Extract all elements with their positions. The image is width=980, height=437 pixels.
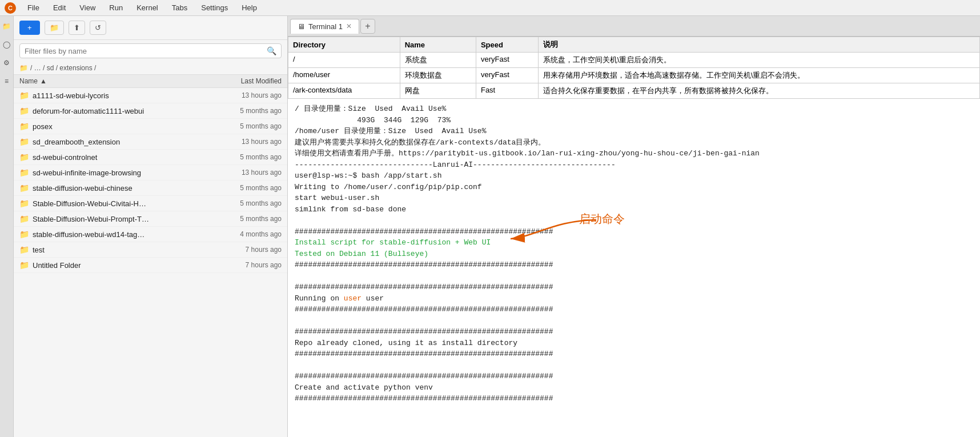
folder-item-icon: 📁 [19, 214, 29, 223]
file-item-date: 5 months ago [202, 215, 282, 223]
files-icon[interactable]: 📁 [1, 21, 13, 32]
upload-button[interactable]: ⬆ [69, 21, 85, 35]
file-item-name: sd_dreambooth_extension [33, 138, 202, 146]
file-list-header: Name ▲ Last Modified [14, 74, 287, 88]
sidebar: + + 📁 ⬆ ↺ 🔍 📁 / … / sd / extensions / [14, 16, 288, 437]
list-item[interactable]: 📁 test 7 hours ago [14, 242, 287, 258]
table-row: /ark-contexts/data网盘Fast适合持久化保存重要数据，在平台内… [288, 83, 980, 99]
table-row: /系统盘veryFast系统盘，工作空间关机\重启后会消失。 [288, 53, 980, 68]
table-header-cell: Name [400, 37, 476, 53]
puzzle-icon[interactable]: ⚙ [1, 57, 13, 69]
menu-file[interactable]: File [25, 2, 42, 13]
refresh-icon: ↺ [95, 23, 101, 32]
upload-icon: ⬆ [74, 23, 80, 32]
terminal-output[interactable]: / 目录使用量：Size Used Avail Use% 493G 344G 1… [288, 99, 980, 437]
directory-table: DirectoryNameSpeed说明 /系统盘veryFast系统盘，工作空… [288, 37, 980, 99]
table-cell: 网盘 [400, 83, 476, 99]
folder-item-icon: 📁 [19, 153, 29, 162]
table-cell: / [288, 53, 400, 68]
folder-item-icon: 📁 [19, 168, 29, 177]
menu-help[interactable]: Help [239, 2, 259, 13]
table-cell: /home/user [288, 68, 400, 83]
table-cell: Fast [476, 83, 538, 99]
terminal-container: DirectoryNameSpeed说明 /系统盘veryFast系统盘，工作空… [288, 37, 980, 437]
list-item[interactable]: 📁 a1111-sd-webui-lycoris 13 hours ago [14, 88, 287, 103]
file-item-date: 5 months ago [202, 184, 282, 192]
folder-item-icon: 📁 [19, 137, 29, 146]
list-item[interactable]: 📁 sd-webui-controlnet 5 months ago [14, 150, 287, 165]
tab-add-button[interactable]: + [360, 19, 375, 34]
list-item[interactable]: 📁 sd_dreambooth_extension 13 hours ago [14, 134, 287, 150]
folder-item-icon: 📁 [19, 106, 29, 115]
table-cell: veryFast [476, 53, 538, 68]
terminal-tab-label: Terminal 1 [308, 22, 343, 31]
list-item[interactable]: 📁 posex 5 months ago [14, 119, 287, 134]
search-box: 🔍 [19, 43, 282, 58]
file-item-name: stable-diffusion-webui-wd14-tag… [33, 230, 202, 239]
folder-item-icon: 📁 [19, 199, 29, 208]
list-item[interactable]: 📁 sd-webui-infinite-image-browsing 13 ho… [14, 165, 287, 181]
menu-view[interactable]: View [77, 2, 98, 13]
menu-run[interactable]: Run [107, 2, 125, 13]
list-item[interactable]: 📁 Untitled Folder 7 hours ago [14, 258, 287, 273]
list-item[interactable]: 📁 stable-diffusion-webui-wd14-tag… 4 mon… [14, 227, 287, 242]
menu-settings[interactable]: Settings [199, 2, 230, 13]
menu-edit[interactable]: Edit [51, 2, 68, 13]
table-row: /home/user环境数据盘veryFast用来存储用户环境数据，适合本地高速… [288, 68, 980, 83]
new-button[interactable]: + + [19, 21, 40, 35]
folder-item-icon: 📁 [19, 230, 29, 239]
refresh-button[interactable]: ↺ [90, 21, 106, 35]
list-item[interactable]: 📁 deforum-for-automatic1111-webui 5 mont… [14, 103, 287, 119]
plus-icon: + [27, 23, 32, 32]
table-header-row: DirectoryNameSpeed说明 [288, 37, 980, 53]
folder-item-icon: 📁 [19, 91, 29, 100]
upload-folder-button[interactable]: 📁 [45, 21, 64, 35]
table-header-cell: Speed [476, 37, 538, 53]
file-item-date: 7 hours ago [202, 246, 282, 254]
file-item-name: deforum-for-automatic1111-webui [33, 107, 202, 115]
file-item-date: 5 months ago [202, 199, 282, 207]
file-item-name: a1111-sd-webui-lycoris [33, 91, 202, 100]
terminal-icon: 🖥 [298, 22, 305, 31]
file-item-name: sd-webui-controlnet [33, 153, 202, 162]
menu-tabs[interactable]: Tabs [170, 2, 190, 13]
file-item-name: sd-webui-infinite-image-browsing [33, 169, 202, 177]
file-item-name: Stable-Diffusion-Webui-Civitai-H… [33, 199, 202, 208]
folder-item-icon: 📁 [19, 183, 29, 193]
menubar: C File Edit View Run Kernel Tabs Setting… [0, 0, 980, 16]
folder-icon: 📁 [19, 64, 28, 72]
tab-bar: 🖥 Terminal 1 ✕ + [288, 16, 980, 37]
folder-upload-icon: 📁 [50, 23, 59, 32]
bars-icon[interactable]: ≡ [1, 75, 13, 87]
sidebar-toolbar: + + 📁 ⬆ ↺ [14, 16, 287, 40]
file-item-date: 13 hours ago [202, 91, 282, 99]
search-icon: 🔍 [267, 46, 276, 55]
table-cell: veryFast [476, 68, 538, 83]
folder-item-icon: 📁 [19, 122, 29, 131]
app-logo: C [5, 2, 16, 14]
list-item[interactable]: 📁 Stable-Diffusion-Webui-Prompt-T… 5 mon… [14, 211, 287, 227]
table-cell: 用来存储用户环境数据，适合本地高速数据存储。工作空间关机\重启不会消失。 [538, 68, 979, 83]
table-cell: 适合持久化保存重要数据，在平台内共享，所有数据将被持久化保存。 [538, 83, 979, 99]
file-item-date: 4 months ago [202, 230, 282, 238]
main-layout: 📁 ◯ ⚙ ≡ + + 📁 ⬆ ↺ 🔍 [0, 16, 980, 437]
search-input[interactable] [25, 47, 267, 55]
file-item-date: 5 months ago [202, 107, 282, 115]
file-item-name: Stable-Diffusion-Webui-Prompt-T… [33, 215, 202, 223]
col-name-header[interactable]: Name ▲ [19, 77, 202, 85]
list-item[interactable]: 📁 stable-diffusion-webui-chinese 5 month… [14, 181, 287, 196]
table-cell: 系统盘，工作空间关机\重启后会消失。 [538, 53, 979, 68]
circle-icon[interactable]: ◯ [1, 39, 13, 50]
list-item[interactable]: 📁 Stable-Diffusion-Webui-Civitai-H… 5 mo… [14, 196, 287, 211]
table-cell: 系统盘 [400, 53, 476, 68]
col-modified-header[interactable]: Last Modified [202, 77, 282, 85]
file-item-name: stable-diffusion-webui-chinese [33, 184, 202, 193]
file-item-date: 5 months ago [202, 122, 282, 130]
table-header-cell: 说明 [538, 37, 979, 53]
file-item-date: 5 months ago [202, 153, 282, 161]
menu-kernel[interactable]: Kernel [134, 2, 160, 13]
tab-close-button[interactable]: ✕ [346, 22, 352, 30]
terminal-tab[interactable]: 🖥 Terminal 1 ✕ [290, 19, 359, 34]
file-item-date: 13 hours ago [202, 169, 282, 177]
table-cell: 环境数据盘 [400, 68, 476, 83]
